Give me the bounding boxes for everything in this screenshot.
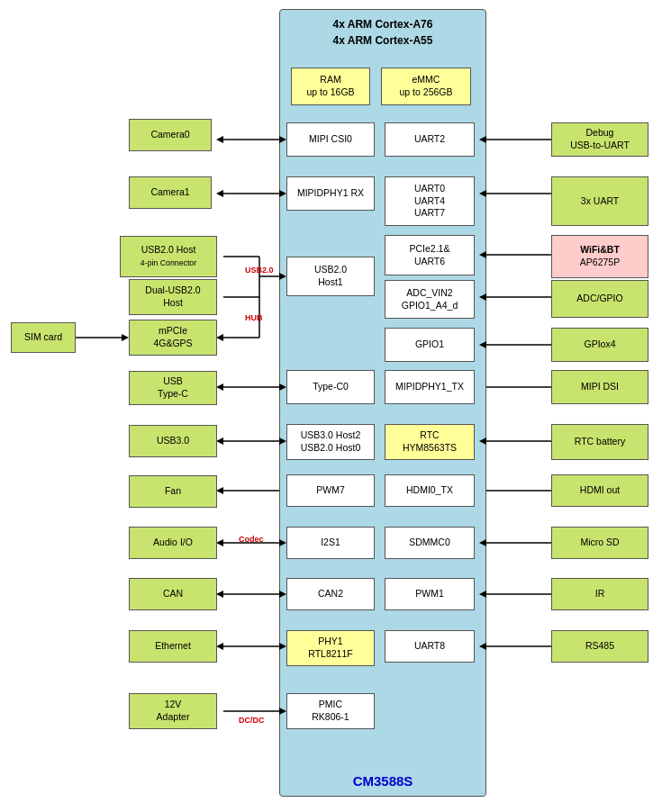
usb3-host2-block: USB3.0 Host2USB2.0 Host0 <box>286 424 375 460</box>
hdmi-tx-block: HDMI0_TX <box>385 474 475 507</box>
usb-type-c-block: USBType-C <box>129 371 217 405</box>
sim-card-block: SIM card <box>11 322 76 353</box>
ethernet-block: Ethernet <box>129 630 217 663</box>
central-label: CM3588S <box>280 773 485 789</box>
mipi-csi0-block: MIPI CSI0 <box>286 122 375 157</box>
mipi-dsi-block: MIPI DSI <box>551 370 648 404</box>
svg-marker-27 <box>216 539 223 546</box>
uart047-block: UART0UART4UART7 <box>385 176 475 226</box>
usb20-label: USB2.0 <box>245 266 274 275</box>
svg-marker-5 <box>216 190 223 197</box>
svg-marker-15 <box>122 334 129 341</box>
mpcie-block: mPCIe4G&GPS <box>129 320 217 356</box>
phy1-block: PHY1RTL8211F <box>286 630 375 666</box>
dc-dc-label: DC/DC <box>239 716 265 725</box>
fan-block: Fan <box>129 475 217 508</box>
codec-label: Codec <box>239 535 264 544</box>
svg-marker-33 <box>216 643 223 650</box>
svg-marker-30 <box>216 591 223 598</box>
debug-uart-block: DebugUSB-to-UART <box>551 122 648 157</box>
micro-sd-block: Micro SD <box>551 527 648 559</box>
uart-3x-block: 3x UART <box>551 176 648 226</box>
sdmmc0-block: SDMMC0 <box>385 527 475 559</box>
rtc-battery-block: RTC battery <box>551 424 648 460</box>
i2s1-block: I2S1 <box>286 527 375 559</box>
ir-block: IR <box>551 578 648 610</box>
camera0-block: Camera0 <box>129 119 212 151</box>
gpio1-block: GPIO1 <box>385 328 475 362</box>
cpu-header: 4x ARM Cortex-A76 4x ARM Cortex-A55 <box>284 16 482 49</box>
pcie-uart6-block: PCIe2.1&UART6 <box>385 235 475 275</box>
usb20-host1-block: USB2.0Host1 <box>286 257 375 296</box>
svg-marker-19 <box>216 383 223 391</box>
v12-adapter-block: 12VAdapter <box>129 693 217 729</box>
type-c0-block: Type-C0 <box>286 370 375 404</box>
ram-block: RAMup to 16GB <box>291 68 370 105</box>
emmc-block: eMMCup to 256GB <box>381 68 471 105</box>
rtc-block: RTCHYM8563TS <box>385 424 475 460</box>
adc-gpio-block: ADC_VIN2GPIO1_A4_d <box>385 280 475 319</box>
camera1-block: Camera1 <box>129 176 212 209</box>
wifi-bt-block: WiFi&BTAP6275P <box>551 235 648 278</box>
uart8-block: UART8 <box>385 630 475 663</box>
diagram-container: CM3588S 4x ARM Cortex-A76 4x ARM Cortex-… <box>0 0 671 812</box>
hdmi-out-block: HDMI out <box>551 474 648 507</box>
pmic-block: PMICRK806-1 <box>286 693 375 729</box>
pwm7-block: PWM7 <box>286 474 375 507</box>
svg-marker-13 <box>216 334 223 341</box>
rs485-block: RS485 <box>551 630 648 663</box>
svg-marker-24 <box>216 487 223 494</box>
hub-label: HUB <box>245 313 263 322</box>
gpiox4-block: GPIox4 <box>551 328 648 362</box>
svg-marker-2 <box>216 136 223 143</box>
mipidphy1-tx-block: MIPIDPHY1_TX <box>385 370 475 404</box>
adc-gpio-ext-block: ADC/GPIO <box>551 280 648 318</box>
dual-usb20-host-block: Dual-USB2.0Host <box>129 279 217 315</box>
usb20host-4pin-block: USB2.0 Host4-pin Connector <box>120 236 217 277</box>
uart2-block: UART2 <box>385 122 475 157</box>
mipi-dphy1rx-block: MIPIDPHY1 RX <box>286 176 375 211</box>
audio-io-block: Audio I/O <box>129 527 217 559</box>
usb30-block: USB3.0 <box>129 425 217 457</box>
svg-marker-22 <box>216 438 223 445</box>
can2-block: CAN2 <box>286 578 375 610</box>
pwm1-block: PWM1 <box>385 578 475 610</box>
can-block: CAN <box>129 578 217 610</box>
